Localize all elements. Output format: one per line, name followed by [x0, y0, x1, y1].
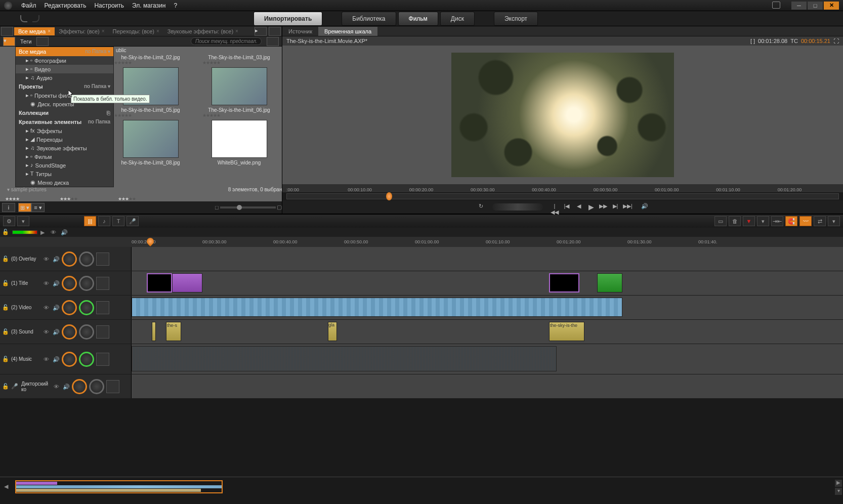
- thumbnail[interactable]: [212, 120, 267, 158]
- tab-effects[interactable]: Эффекты: (все)×: [55, 27, 109, 35]
- clip[interactable]: the-sky-is-the: [549, 322, 584, 341]
- nav-panel-icon[interactable]: [1, 27, 13, 36]
- tool-mixer[interactable]: |||: [84, 216, 96, 226]
- 3d-button[interactable]: [96, 253, 109, 266]
- mute-button[interactable]: 🔊: [640, 203, 649, 211]
- tool-scorefitter[interactable]: ♪: [98, 216, 110, 226]
- panel-options-icon[interactable]: [269, 27, 281, 36]
- thumb-size-slider[interactable]: □▢: [220, 206, 276, 208]
- video-clip[interactable]: [132, 298, 622, 317]
- tree-discmenu[interactable]: ◉ Меню диска: [16, 178, 113, 187]
- view-thumbs[interactable]: ⊞ ▾: [18, 203, 31, 212]
- eye-icon[interactable]: 👁: [51, 229, 58, 235]
- clip[interactable]: the-s: [166, 322, 181, 341]
- tool-magnet[interactable]: 🧲: [785, 216, 797, 226]
- tag-filter-icon[interactable]: [36, 37, 49, 46]
- tree-soundfx[interactable]: ▸ ♫ Звуковые эффекты: [16, 144, 113, 152]
- menu-file[interactable]: Файл: [17, 2, 40, 9]
- search-clear-icon[interactable]: [267, 37, 279, 46]
- loop-button[interactable]: ↻: [476, 203, 485, 211]
- play-button[interactable]: ▶: [586, 203, 596, 211]
- tool-mode-dropdown[interactable]: ▾: [828, 216, 840, 226]
- expand-icon[interactable]: ⛶: [833, 38, 839, 44]
- playhead-icon[interactable]: [386, 192, 392, 200]
- clip[interactable]: [152, 322, 156, 341]
- undo-button[interactable]: [20, 15, 27, 22]
- tab-transitions[interactable]: Переходы: (все)×: [109, 27, 163, 35]
- tree-transitions[interactable]: ▸ ◢ Переходы: [16, 135, 113, 144]
- lock-icon[interactable]: 🔓: [2, 256, 9, 263]
- clip[interactable]: [147, 273, 172, 292]
- redo-button[interactable]: [32, 15, 39, 22]
- timeline-playhead[interactable]: [145, 236, 155, 246]
- nav-library[interactable]: Библиотека: [342, 12, 396, 26]
- clip[interactable]: [597, 273, 622, 292]
- tree-film[interactable]: ▸ ▫ Фильм: [16, 152, 113, 161]
- menu-edit[interactable]: Редактировать: [40, 2, 91, 9]
- fwd-icon[interactable]: ▶: [40, 229, 48, 235]
- preview-ruler[interactable]: :00:0000:00:10.0000:00:20.0000:00:30.000…: [282, 184, 843, 192]
- menu-setup[interactable]: Настроить: [90, 2, 128, 9]
- tool-dropdown[interactable]: ▾: [17, 216, 29, 226]
- tree-soundstage[interactable]: ▸ ♪ SoundStage: [16, 161, 113, 170]
- close-tab-icon[interactable]: ×: [48, 28, 51, 34]
- tree-video[interactable]: ▸ ▫ Видео: [16, 65, 113, 73]
- search-input[interactable]: [191, 37, 262, 45]
- tab-timeline[interactable]: Временная шкала: [318, 27, 377, 36]
- tool-razor[interactable]: ▭: [714, 216, 727, 226]
- tab-soundfx[interactable]: Звуковые эффекты: (все)×: [163, 27, 242, 35]
- add-tab-icon[interactable]: ▸: [255, 27, 267, 36]
- fast-forward[interactable]: ▶▶: [599, 203, 608, 211]
- overview-viewport[interactable]: [15, 480, 223, 493]
- tool-ripple[interactable]: ⇄: [814, 216, 826, 226]
- tool-voiceover[interactable]: 🎤: [127, 216, 139, 226]
- play-reverse[interactable]: ◀: [574, 203, 583, 211]
- tab-all-media[interactable]: Все медиа×: [14, 27, 55, 35]
- lock-icon[interactable]: 🔓: [2, 229, 9, 236]
- marker-dropdown[interactable]: ▾: [757, 216, 769, 226]
- goto-start[interactable]: |◀◀: [550, 203, 559, 211]
- menu-shop[interactable]: Эл. магазин: [128, 2, 170, 9]
- info-button[interactable]: i: [2, 203, 15, 212]
- scroll-right-icon[interactable]: ▶: [835, 480, 842, 487]
- scroll-left-icon[interactable]: ◀: [4, 483, 8, 490]
- timeline-overview[interactable]: ◀ ▶ ▾: [0, 477, 843, 497]
- step-forward[interactable]: ▶|: [611, 203, 620, 211]
- menu-help[interactable]: ?: [170, 2, 181, 9]
- pan-dial[interactable]: [79, 251, 94, 267]
- tree-audio[interactable]: ▸ ♫ Аудио: [16, 73, 113, 82]
- video-preview[interactable]: [282, 46, 843, 184]
- thumbnail[interactable]: [123, 120, 179, 158]
- tool-link[interactable]: 〰: [799, 216, 812, 226]
- cart-icon[interactable]: [772, 2, 780, 9]
- speaker-icon[interactable]: 🔊: [61, 229, 68, 235]
- tool-marker[interactable]: ▼: [743, 216, 755, 226]
- settings-icon[interactable]: ⚙: [3, 216, 15, 226]
- jog-wheel[interactable]: [492, 203, 543, 211]
- volume-dial[interactable]: [62, 251, 77, 267]
- zoom-dropdown-icon[interactable]: ▾: [835, 488, 842, 495]
- thumbnail[interactable]: [212, 67, 267, 105]
- nav-movie[interactable]: Фильм: [398, 12, 438, 26]
- nav-export[interactable]: Экспорт: [494, 12, 538, 26]
- scrub-bar[interactable]: [286, 193, 839, 199]
- track-lane[interactable]: [132, 247, 843, 271]
- goto-end[interactable]: ▶▶|: [623, 203, 632, 211]
- step-back[interactable]: |◀: [562, 203, 571, 211]
- clip[interactable]: [172, 273, 202, 292]
- tab-source[interactable]: Источник: [282, 27, 318, 36]
- nav-disc[interactable]: Диск: [440, 12, 475, 26]
- clip[interactable]: gla: [328, 322, 337, 341]
- window-minimize[interactable]: ─: [791, 2, 807, 10]
- timeline-ruler[interactable]: 00:00:20.0000:00:30.0000:00:40.0000:00:5…: [0, 237, 843, 247]
- tree-toggle-icon[interactable]: ▾: [3, 37, 15, 46]
- music-clip[interactable]: [132, 346, 557, 371]
- tree-effects[interactable]: ▸ fx Эффекты: [16, 127, 113, 135]
- window-close[interactable]: ✕: [824, 2, 839, 10]
- clip[interactable]: [549, 273, 579, 292]
- tree-photos[interactable]: ▸ ▫ Фотографии: [16, 56, 113, 65]
- tool-trash[interactable]: 🗑: [729, 216, 741, 226]
- tool-title[interactable]: T: [112, 216, 124, 226]
- tool-snap-split[interactable]: ⇥⇤: [771, 216, 783, 226]
- view-list[interactable]: ≡ ▾: [31, 203, 45, 212]
